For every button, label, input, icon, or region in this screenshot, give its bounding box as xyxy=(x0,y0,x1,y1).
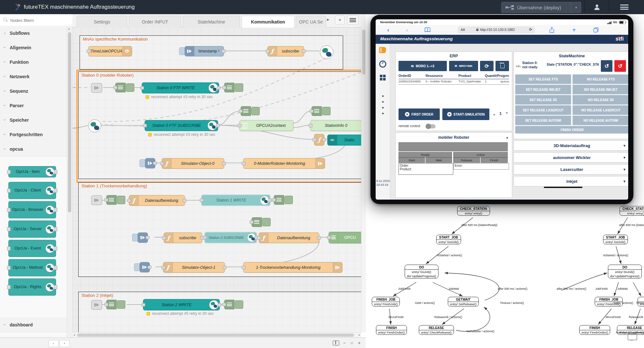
ready-button[interactable]: Ready xyxy=(399,152,452,157)
tabs-icon[interactable] xyxy=(593,27,599,33)
node-debug[interactable] xyxy=(274,195,293,204)
tab-opc-ua-server[interactable]: OPC UA Se xyxy=(296,16,326,28)
reset-button[interactable]: ↺ xyxy=(601,60,612,72)
new-tab-button[interactable]: + xyxy=(572,25,576,35)
scrollbar-thumb[interactable] xyxy=(68,32,71,212)
debug-toggle-button[interactable] xyxy=(235,300,243,309)
node-function-subscribe[interactable]: ƒsubscribe xyxy=(164,232,202,243)
tab-order-input[interactable]: Order INPUT xyxy=(129,16,181,28)
node-datenaufbereitung[interactable]: ƒDatenaufbereitung xyxy=(259,232,319,243)
first-order-button[interactable]: FIRST ORDER xyxy=(399,108,440,120)
palette-node-opcua-browser[interactable]: OpcUa - Browser xyxy=(8,201,56,218)
scrollbar-thumb[interactable] xyxy=(77,334,354,337)
main-menu-button[interactable] xyxy=(611,0,637,14)
node-station2-write[interactable]: Station 2 WRITE xyxy=(143,299,220,310)
active-button[interactable]: Active xyxy=(453,152,508,157)
palette-category-opcua[interactable]: ›opcua xyxy=(0,142,67,156)
set-release-autowi-button[interactable]: SET RELEASE AUTOWI xyxy=(515,116,571,125)
node-inject[interactable] xyxy=(139,262,150,272)
node-debug[interactable] xyxy=(106,300,125,309)
debug-toggle-button[interactable] xyxy=(284,196,293,204)
node-opcua2context[interactable]: OPCUA2context xyxy=(239,120,293,131)
palette-node-opcua-server[interactable]: OpcUa - Server xyxy=(8,221,56,238)
bookmarks-icon[interactable] xyxy=(425,27,430,33)
count-increment[interactable]: ⌃ xyxy=(505,112,508,116)
inject-button[interactable] xyxy=(132,234,138,241)
palette-category-fortgeschritten[interactable]: ›Fortgeschritten xyxy=(0,127,67,142)
node-inject[interactable] xyxy=(138,232,148,243)
node-debug[interactable] xyxy=(312,107,331,116)
tab-kommunikation[interactable]: Kommunikation xyxy=(242,16,294,28)
palette-node-opcua-event[interactable]: OpcUa - Event xyxy=(8,240,56,257)
node-function-subscribe[interactable]: ƒsubscribe xyxy=(267,46,304,56)
group-station2[interactable]: Station 2 (Inkjet) xyxy=(78,292,361,332)
node-station3-subscribe-disabled[interactable]: Station 3 SUBSCRIBE xyxy=(205,232,257,243)
node-stationinfo-0[interactable]: StationInfo 0 xyxy=(310,120,361,131)
display-icon[interactable] xyxy=(628,334,637,340)
node-debug[interactable] xyxy=(224,83,243,92)
inject-button[interactable] xyxy=(139,159,145,167)
set-release-lasercut-button[interactable]: SET RELEASE LASERCUT xyxy=(515,105,571,115)
set-release-fts-button[interactable]: SET RELEASE FTS xyxy=(515,74,571,84)
node-inject-timestamp[interactable]: timestamp ¹ xyxy=(185,46,224,56)
refresh-orders-button[interactable]: ⟳ xyxy=(480,61,494,71)
no-release-lasercut-button[interactable]: NO RELEASE LASERCUT xyxy=(572,105,628,115)
tab-settings[interactable]: Settings xyxy=(77,16,127,28)
zoom-out-button[interactable]: − xyxy=(341,339,348,346)
palette-category-speicher[interactable]: ›Speicher xyxy=(0,113,67,127)
collapse-all-button[interactable]: ▴ xyxy=(48,340,59,347)
node-simulator-object-1[interactable]: ƒSimulator-Object-1 xyxy=(163,262,225,273)
deploy-options-caret-icon[interactable]: ▾ xyxy=(571,2,581,13)
orders-book-icon[interactable] xyxy=(379,47,386,53)
mro-ink-button[interactable]: ✉MRO+INK xyxy=(449,61,478,71)
node-trockenvorbehandlung-monitoring[interactable]: 1-Trockenvorbehandlung-Monitoring xyxy=(243,262,342,273)
address-bar[interactable]: AA http://10.10.130.5:1882 ⟳ xyxy=(457,26,535,33)
user-menu-button[interactable] xyxy=(587,0,607,14)
reader-aa-button[interactable]: AA xyxy=(461,28,465,32)
node-timeliste-opcua-setup[interactable]: TimeListeOPCUA_Setup⟳ xyxy=(88,46,132,56)
collapse-caret-icon[interactable]: ▴ xyxy=(506,135,508,139)
toggle-navigator-button[interactable] xyxy=(332,339,340,346)
node-mobilerroboter-monitoring[interactable]: 0-MobilerRoboter-Monitoring xyxy=(243,158,325,169)
count-decrement[interactable]: ⌄ xyxy=(493,112,496,116)
node-debug[interactable] xyxy=(115,83,134,92)
back-button[interactable]: ‹ xyxy=(387,25,389,35)
start-button[interactable]: Start xyxy=(399,157,425,163)
inject-button[interactable] xyxy=(134,263,140,271)
debug-toggle-button[interactable] xyxy=(117,300,125,309)
palette-node-opcua-method[interactable]: OpcUa - Method xyxy=(8,259,56,276)
tab-statemachine[interactable]: StateMachine xyxy=(183,16,240,28)
node-simulator-object-0[interactable]: ƒSimulator-Object-0 xyxy=(162,158,224,169)
grid-icon[interactable] xyxy=(380,75,386,80)
debug-toggle-button[interactable] xyxy=(322,107,331,115)
release-button[interactable]: Release xyxy=(453,157,480,163)
reload-button[interactable]: ⟳ xyxy=(529,27,532,32)
node-opcua-globe[interactable] xyxy=(320,45,333,59)
expand-all-button[interactable]: ▾ xyxy=(59,340,70,347)
palette-node-opcua-rights[interactable]: OpcUa - Rights xyxy=(8,278,56,296)
node-debug[interactable] xyxy=(252,218,271,227)
node-link-in[interactable] xyxy=(91,300,102,310)
set-release-3d-button[interactable]: SET RELEASE 3D xyxy=(515,95,571,105)
node-datenaufbereitung[interactable]: ƒDatenaufbereitung xyxy=(129,195,185,206)
debug-toggle-button[interactable] xyxy=(117,196,125,204)
node-debug[interactable] xyxy=(241,107,260,116)
zoom-in-button[interactable]: + xyxy=(356,339,363,346)
node-opcua-globe[interactable] xyxy=(88,119,101,132)
palette-category-allgemein[interactable]: ›Allgemein xyxy=(0,40,67,55)
tab-scroll-right-button[interactable]: ▸ xyxy=(327,17,329,22)
no-release-autowi-button[interactable]: NO RELEASE AUTOWI xyxy=(572,116,628,125)
no-release-3d-button[interactable]: NO RELEASE 3D xyxy=(572,95,628,105)
palette-category-netzwerk[interactable]: ›Netzwerk xyxy=(0,69,67,84)
debug-toggle-button[interactable] xyxy=(235,83,243,92)
node-opcua-out[interactable]: OPCU xyxy=(329,232,361,243)
search-input[interactable] xyxy=(10,16,69,24)
palette-category-parser[interactable]: ›Parser xyxy=(0,98,67,113)
set-release-inkjet-button[interactable]: SET RELEASE INKJET xyxy=(515,85,571,94)
node-link-in[interactable] xyxy=(91,195,102,205)
node-inject[interactable] xyxy=(145,158,155,168)
remote-control-toggle[interactable] xyxy=(426,124,436,128)
finish-order-button[interactable]: FINISH ORDER xyxy=(515,126,628,134)
finish-button[interactable]: Finish xyxy=(481,157,508,163)
debug-toggle-button[interactable] xyxy=(126,83,134,92)
